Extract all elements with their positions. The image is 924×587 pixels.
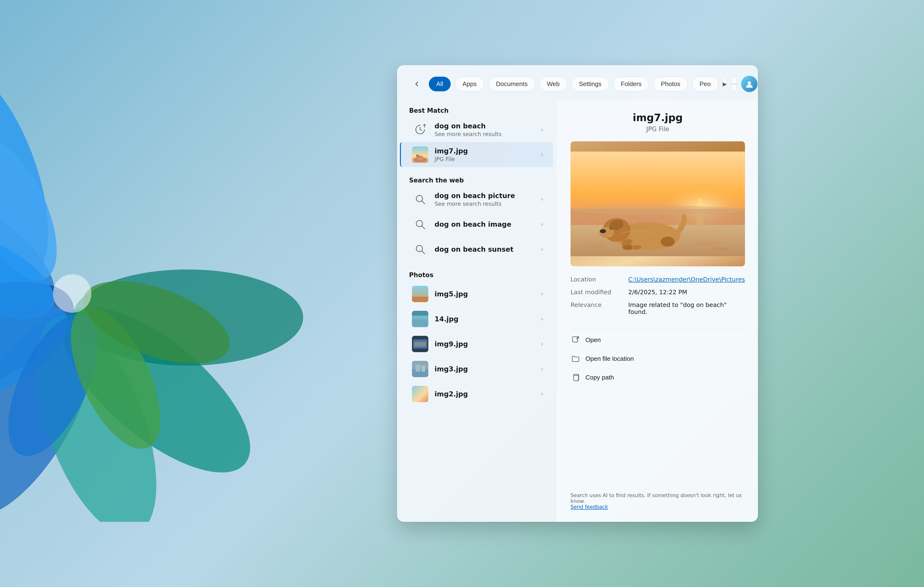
result-arrow: › [541,316,543,322]
img7-thumbnail [412,146,428,163]
meta-value-location[interactable]: C:\Users\zazmender\OneDrive\Pictures [628,276,745,283]
filter-apps[interactable]: Apps [455,77,484,91]
svg-point-46 [600,229,606,233]
normal-part: picture [485,192,515,200]
svg-point-41 [571,206,745,214]
svg-rect-28 [412,316,428,319]
result-arrow: › [541,291,543,298]
content-area: Best Match dog on beach See more search … [397,100,758,522]
result-arrow: › [541,340,543,347]
meta-modified: Last modified 2/6/2025, 12:22 PM [571,289,745,296]
svg-rect-27 [412,318,428,327]
svg-point-8 [0,211,67,337]
result-arrow: › [541,391,543,397]
more-options-button[interactable]: ··· [731,77,737,91]
svg-rect-25 [412,297,428,302]
svg-point-4 [12,301,181,522]
svg-point-57 [713,247,728,250]
results-panel: Best Match dog on beach See more search … [397,100,556,522]
detail-meta: Location C:\Users\zazmender\OneDrive\Pic… [571,276,745,316]
result-img5[interactable]: img5.jpg › [400,281,553,306]
svg-point-9 [0,286,84,421]
svg-point-11 [53,294,178,462]
detail-panel: img7.jpg JPG File [556,100,758,522]
result-arrow: › [541,151,543,158]
result-img9[interactable]: img9.jpg › [400,332,553,357]
result-title: img7.jpg [435,147,535,155]
result-title: img9.jpg [435,340,535,348]
14-thumbnail [412,311,428,327]
result-img7[interactable]: img7.jpg JPG File › [400,142,553,167]
svg-point-20 [416,155,417,156]
open-location-button[interactable]: Open file location [571,352,745,366]
result-text: img5.jpg [435,290,535,298]
filter-documents[interactable]: Documents [488,77,535,91]
copy-icon [571,372,581,382]
folder-icon [571,354,581,364]
filter-photos[interactable]: Photos [653,77,688,91]
history-icon [412,122,428,138]
search-web-label: Search the web [397,172,556,187]
search-panel: All Apps Documents Web Settings Folders … [397,65,758,522]
result-title: 14.jpg [435,315,535,323]
result-web-sunset[interactable]: dog on beach sunset › [400,237,553,262]
filter-bar: All Apps Documents Web Settings Folders … [397,65,758,100]
svg-point-53 [632,245,642,250]
svg-point-2 [0,257,89,426]
result-title: dog on beach image [435,220,535,229]
result-text: img2.jpg [435,390,535,398]
result-text: img9.jpg [435,340,535,348]
open-icon [571,335,581,345]
search-icon [412,216,428,232]
svg-rect-58 [573,337,578,342]
footer-text: Search uses AI to find results. If somet… [571,488,745,510]
send-feedback-link[interactable]: Send feedback [571,504,608,510]
svg-point-3 [0,289,124,522]
result-arrow: › [541,126,543,133]
svg-rect-31 [414,342,426,347]
meta-label-location: Location [571,276,624,283]
filter-settings[interactable]: Settings [571,77,609,91]
result-arrow: › [541,196,543,203]
svg-rect-35 [422,366,425,372]
result-14jpg[interactable]: 14.jpg › [400,306,553,332]
result-text: dog on beach sunset [435,245,535,253]
result-title: dog on beach [435,122,535,130]
user-avatar[interactable] [741,76,757,92]
svg-point-12 [73,265,240,380]
meta-relevance: Relevance Image related to "dog on beach… [571,301,745,316]
svg-point-0 [0,65,73,298]
back-button[interactable] [409,76,424,92]
svg-point-14 [747,81,751,85]
img2-thumbnail [412,386,428,402]
result-web-picture[interactable]: dog on beach picture See more search res… [400,187,553,212]
filter-folders[interactable]: Folders [613,77,649,91]
search-icon [412,241,428,257]
photos-label: Photos [397,266,556,281]
search-icon [412,191,428,207]
svg-point-56 [695,241,720,246]
result-web-image[interactable]: dog on beach image › [400,212,553,237]
filter-web[interactable]: Web [540,77,567,91]
best-match-label: Best Match [397,102,556,117]
filter-all[interactable]: All [429,77,451,91]
result-img2[interactable]: img2.jpg › [400,381,553,406]
result-text: 14.jpg [435,315,535,323]
detail-image-preview [571,141,745,266]
result-dog-on-beach[interactable]: dog on beach See more search results › [400,117,553,142]
result-img3[interactable]: img3.jpg › [400,357,553,381]
result-arrow: › [541,366,543,372]
result-text: dog on beach image [435,220,535,229]
more-filters-arrow[interactable]: ▶ [723,77,727,91]
svg-point-13 [53,274,91,313]
result-title: dog on beach sunset [435,245,535,253]
copy-path-button[interactable]: Copy path [571,370,745,384]
normal-part: sunset [485,245,513,253]
result-title: img5.jpg [435,290,535,298]
result-subtitle: See more search results [435,131,535,137]
open-button[interactable]: Open [571,333,745,347]
copy-path-label: Copy path [586,374,614,381]
filter-people[interactable]: Peo [692,77,718,91]
result-title: img3.jpg [435,365,535,373]
svg-point-5 [37,279,276,500]
